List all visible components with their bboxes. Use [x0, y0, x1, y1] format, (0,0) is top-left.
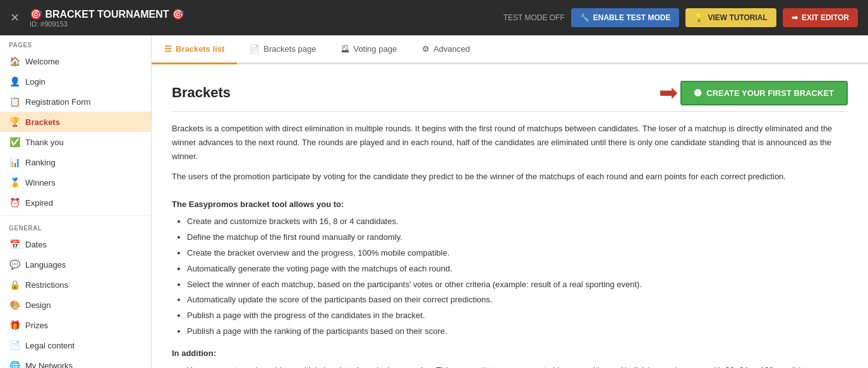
enable-test-label: ENABLE TEST MODE	[593, 13, 671, 22]
sidebar-label-welcome: Welcome	[25, 57, 59, 66]
restrictions-icon: 🔒	[9, 280, 20, 290]
sidebar-item-dates[interactable]: 📅 Dates	[0, 234, 151, 254]
feature-item-8: Publish a page with the ranking of the p…	[187, 325, 848, 338]
in-addition-item-1: You can create and combine multiple brac…	[187, 364, 848, 368]
description-1: Brackets is a competition with direct el…	[172, 122, 848, 163]
feature-item-5: Select the winner of each matchup, based…	[187, 278, 848, 292]
layout: PAGES 🏠 Welcome 👤 Login 📋 Registration F…	[0, 35, 868, 368]
main-content: Brackets ➡ ➊ CREATE YOUR FIRST BRACKET B…	[152, 64, 868, 368]
view-tutorial-label: VIEW TUTORIAL	[708, 13, 767, 22]
description-2: The users of the promotion participate b…	[172, 170, 848, 184]
wrench-icon: 🔧	[580, 13, 589, 22]
sidebar-label-dates: Dates	[25, 240, 47, 249]
sidebar-item-languages[interactable]: 💬 Languages	[0, 254, 151, 275]
exit-editor-label: EXIT EDITOR	[802, 13, 849, 22]
sidebar-item-expired[interactable]: ⏰ Expired	[0, 193, 151, 213]
legal-icon: 📄	[9, 340, 20, 350]
sidebar-label-thankyou: Thank you	[25, 138, 64, 147]
pages-section-label: PAGES	[0, 35, 151, 51]
sidebar-item-winners[interactable]: 🏅 Winners	[0, 172, 151, 193]
sidebar-item-prizes[interactable]: 🎁 Prizes	[0, 315, 151, 335]
tab-brackets-page-label: Brackets page	[263, 44, 316, 54]
sidebar-label-legal: Legal content	[25, 341, 75, 350]
create-bracket-label: CREATE YOUR FIRST BRACKET	[706, 88, 834, 98]
sidebar-label-ranking: Ranking	[25, 158, 56, 167]
exit-editor-button[interactable]: ➡ EXIT EDITOR	[783, 8, 858, 27]
create-bracket-button[interactable]: ➊ CREATE YOUR FIRST BRACKET	[680, 81, 848, 105]
ranking-icon: 📊	[9, 157, 20, 167]
close-button[interactable]: ✕	[10, 11, 20, 25]
home-icon: 🏠	[9, 56, 20, 66]
tab-voting-page[interactable]: 🗳 Voting page	[329, 35, 409, 64]
features-heading: The Easypromos bracket tool allows you t…	[172, 199, 848, 209]
sidebar-item-thankyou[interactable]: ✅ Thank you	[0, 132, 151, 152]
red-arrow-icon: ➡	[659, 80, 678, 106]
form-icon: 📋	[9, 97, 20, 107]
design-icon: 🎨	[9, 300, 20, 310]
test-mode-status: TEST MODE OFF	[503, 13, 565, 22]
sidebar-item-networks[interactable]: 🌐 My Networks	[0, 355, 151, 368]
tab-brackets-list[interactable]: ☰ Brackets list	[152, 35, 237, 64]
tab-advanced-label: Advanced	[433, 44, 470, 54]
feature-item-1: Create and customize brackets with 16, 8…	[187, 215, 848, 229]
networks-icon: 🌐	[9, 360, 20, 368]
sidebar-label-prizes: Prizes	[25, 321, 48, 330]
prizes-icon: 🎁	[9, 320, 20, 330]
tab-brackets-page-icon: 📄	[250, 44, 260, 54]
sidebar-label-networks: My Networks	[25, 361, 73, 369]
feature-item-3: Create the bracket overview and the prog…	[187, 247, 848, 260]
check-icon: ✅	[9, 137, 20, 147]
feature-item-4: Automatically generate the voting page w…	[187, 263, 848, 276]
exit-icon: ➡	[792, 13, 798, 22]
sidebar-label-expired: Expired	[25, 198, 53, 208]
tab-brackets-list-label: Brackets list	[176, 44, 224, 54]
in-addition-list: You can create and combine multiple brac…	[172, 364, 848, 368]
sidebar-item-restrictions[interactable]: 🔒 Restrictions	[0, 275, 151, 295]
bulb-icon: 💡	[694, 13, 704, 22]
content-header: Brackets ➡ ➊ CREATE YOUR FIRST BRACKET	[172, 80, 848, 106]
sidebar-item-legal[interactable]: 📄 Legal content	[0, 335, 151, 355]
tab-brackets-list-icon: ☰	[164, 44, 172, 54]
title-block: 🎯 BRACKET TOURNAMENT 🎯 ID: #909153	[30, 8, 493, 28]
brackets-icon: 🏆	[9, 117, 20, 127]
sidebar-label-winners: Winners	[25, 178, 56, 187]
expired-icon: ⏰	[9, 198, 20, 208]
app-id: ID: #909153	[30, 20, 493, 28]
user-icon: 👤	[9, 76, 20, 86]
tab-brackets-page[interactable]: 📄 Brackets page	[237, 35, 329, 64]
tab-voting-page-label: Voting page	[353, 44, 397, 54]
plus-circle-icon: ➊	[694, 88, 701, 98]
app-title: 🎯 BRACKET TOURNAMENT 🎯	[30, 8, 493, 20]
view-tutorial-button[interactable]: 💡 VIEW TUTORIAL	[685, 8, 776, 27]
content-divider	[172, 111, 848, 112]
header-controls: TEST MODE OFF 🔧 ENABLE TEST MODE 💡 VIEW …	[503, 8, 858, 27]
dates-icon: 📅	[9, 239, 20, 249]
main-area: ☰ Brackets list 📄 Brackets page 🗳 Voting…	[152, 35, 868, 368]
sidebar-item-brackets[interactable]: 🏆 Brackets	[0, 112, 151, 132]
create-bracket-indicator: ➡ ➊ CREATE YOUR FIRST BRACKET	[659, 80, 848, 106]
tab-advanced[interactable]: ⚙ Advanced	[409, 35, 483, 64]
sidebar-label-design: Design	[25, 300, 51, 310]
feature-item-7: Publish a page with the progress of the …	[187, 309, 848, 323]
sidebar-item-ranking[interactable]: 📊 Ranking	[0, 152, 151, 172]
feature-item-2: Define the matchup of the first round ma…	[187, 231, 848, 244]
sidebar-item-registration[interactable]: 📋 Registration Form	[0, 92, 151, 112]
sidebar-label-languages: Languages	[25, 260, 66, 270]
sidebar-item-design[interactable]: 🎨 Design	[0, 295, 151, 315]
sidebar-item-login[interactable]: 👤 Login	[0, 71, 151, 92]
features-list: Create and customize brackets with 16, 8…	[172, 215, 848, 338]
header: ✕ 🎯 BRACKET TOURNAMENT 🎯 ID: #909153 TES…	[0, 0, 868, 35]
general-section-label: GENERAL	[0, 218, 151, 234]
enable-test-mode-button[interactable]: 🔧 ENABLE TEST MODE	[571, 8, 680, 27]
sidebar-label-login: Login	[25, 77, 45, 86]
feature-item-6: Automatically update the score of the pa…	[187, 294, 848, 307]
tabs-bar: ☰ Brackets list 📄 Brackets page 🗳 Voting…	[152, 35, 868, 64]
sidebar-label-registration: Registration Form	[25, 97, 90, 107]
tab-advanced-icon: ⚙	[422, 44, 430, 54]
winners-icon: 🏅	[9, 177, 20, 187]
sidebar: PAGES 🏠 Welcome 👤 Login 📋 Registration F…	[0, 35, 152, 368]
sidebar-divider-1	[0, 215, 151, 216]
sidebar-label-restrictions: Restrictions	[25, 280, 68, 290]
in-addition-heading: In addition:	[172, 348, 848, 358]
sidebar-item-welcome[interactable]: 🏠 Welcome	[0, 51, 151, 71]
